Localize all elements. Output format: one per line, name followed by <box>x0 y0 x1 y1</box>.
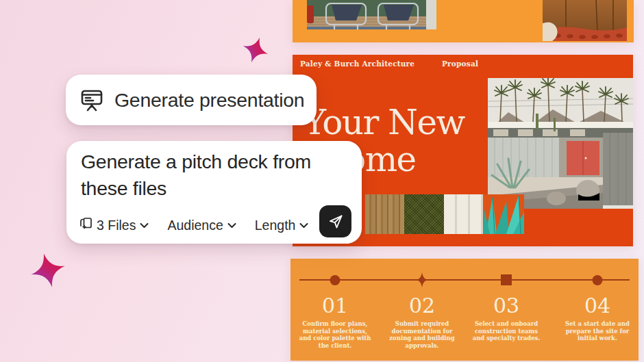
presentation-board-icon <box>79 88 104 112</box>
slide-timeline: 01 Confirm floor plans, material selecti… <box>290 259 639 361</box>
prompt-input[interactable]: Generate a pitch deck from these files <box>81 148 341 202</box>
palm-springs-house-photo <box>488 78 633 209</box>
prompt-controls: 3 Files Audience Length <box>79 217 308 233</box>
white-tile-swatch-image <box>444 194 483 234</box>
square-marker-icon <box>501 274 512 285</box>
step-description: Confirm floor plans, material selections… <box>297 320 373 349</box>
hero-canvas: Paley & Burch Architecture Proposal Your… <box>0 0 644 362</box>
slide-brand-text: Paley & Burch Architecture <box>300 59 414 68</box>
step-number: 04 <box>557 296 638 316</box>
agave-closeup-swatch-image <box>483 194 524 234</box>
step-description: Submit required documentation for zoning… <box>384 320 460 349</box>
files-add-icon <box>79 217 92 233</box>
slide-previous-strip <box>293 0 634 42</box>
chrome-chairs-photo <box>307 0 436 29</box>
step-number: 01 <box>295 296 375 316</box>
material-swatch-row <box>365 194 524 234</box>
sparkle-icon <box>24 246 72 294</box>
length-dropdown[interactable]: Length <box>255 218 309 233</box>
generate-presentation-label: Generate presentation <box>114 89 304 112</box>
sparkle-icon <box>236 31 274 68</box>
files-dropdown[interactable]: 3 Files <box>79 217 149 233</box>
chevron-down-icon <box>299 222 308 229</box>
wood-cabinet-red-couch-photo <box>543 0 627 41</box>
send-icon <box>327 214 344 230</box>
star-marker-icon <box>416 272 428 287</box>
prompt-card: Generate a pitch deck from these files 3… <box>66 141 362 244</box>
step-description: Set a start date and prepare the site fo… <box>560 320 635 342</box>
audience-dropdown-label: Audience <box>167 218 223 233</box>
circle-marker-icon <box>330 275 340 285</box>
timeline-line <box>299 279 630 281</box>
send-button[interactable] <box>319 205 351 237</box>
step-number: 02 <box>382 296 462 316</box>
length-dropdown-label: Length <box>255 218 296 233</box>
green-fabric-swatch-image <box>404 194 444 234</box>
slide-doctype-text: Proposal <box>442 59 478 68</box>
files-dropdown-label: 3 Files <box>97 218 136 233</box>
step-number: 03 <box>466 296 547 316</box>
chevron-down-icon <box>140 222 149 229</box>
chevron-down-icon <box>227 222 236 229</box>
wood-swatch-image <box>365 194 404 234</box>
generate-presentation-button[interactable]: Generate presentation <box>66 75 317 125</box>
slide-title-line1: Your New <box>304 103 465 142</box>
step-description: Select and onboard construction teams an… <box>469 320 544 342</box>
audience-dropdown[interactable]: Audience <box>167 218 236 233</box>
circle-marker-icon <box>593 275 603 285</box>
